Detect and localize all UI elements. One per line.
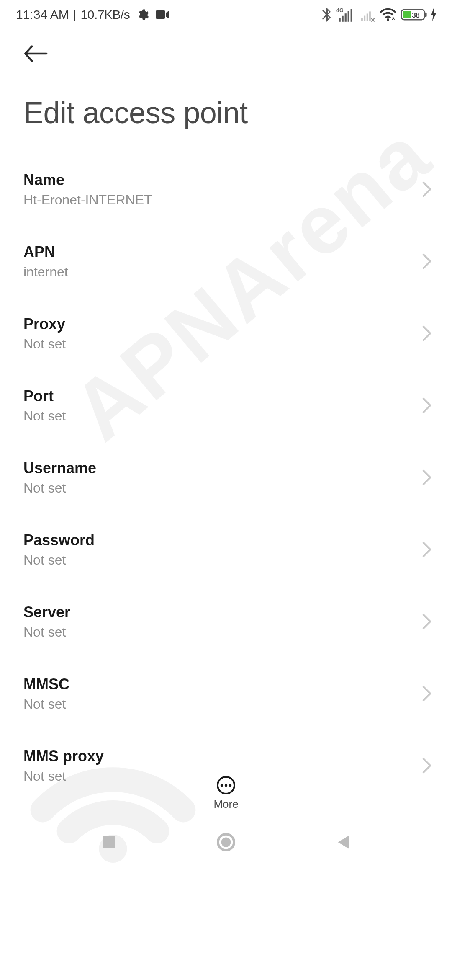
row-label: Port <box>23 386 66 406</box>
chevron-right-icon <box>422 397 432 414</box>
row-value: Ht-Eronet-INTERNET <box>23 191 152 209</box>
row-apn[interactable]: APN internet <box>0 225 452 297</box>
row-value: internet <box>23 263 68 281</box>
svg-rect-5 <box>345 13 347 22</box>
row-value: Not set <box>23 695 69 713</box>
status-time: 11:34 AM <box>16 8 69 22</box>
svg-rect-16 <box>403 11 411 18</box>
nav-home-button[interactable] <box>214 830 238 854</box>
row-label: APN <box>23 242 68 262</box>
row-server[interactable]: Server Not set <box>0 585 452 658</box>
settings-list: Name Ht-Eronet-INTERNET APN internet Pro… <box>0 143 452 802</box>
chevron-right-icon <box>422 253 432 270</box>
more-icon <box>216 775 236 795</box>
svg-point-19 <box>225 784 227 787</box>
row-username[interactable]: Username Not set <box>0 441 452 513</box>
more-button[interactable]: More <box>0 775 452 811</box>
svg-point-12 <box>387 18 389 21</box>
row-port[interactable]: Port Not set <box>0 369 452 441</box>
page-title: Edit access point <box>23 67 429 143</box>
svg-point-23 <box>221 838 231 847</box>
row-label: Proxy <box>23 314 66 334</box>
svg-rect-1 <box>156 10 165 19</box>
svg-rect-8 <box>361 18 363 21</box>
status-net-speed: 10.7KB/s <box>81 8 130 22</box>
row-label: Server <box>23 602 70 622</box>
row-value: Not set <box>23 623 70 641</box>
svg-point-18 <box>221 784 223 787</box>
svg-rect-15 <box>425 13 426 17</box>
wifi-icon <box>380 8 396 21</box>
svg-rect-7 <box>351 9 352 22</box>
chevron-right-icon <box>422 685 432 702</box>
row-value: Not set <box>23 479 96 497</box>
battery-pct: 38 <box>412 11 419 19</box>
svg-rect-9 <box>364 16 365 21</box>
battery-icon: 38 <box>401 8 437 21</box>
row-label: MMSC <box>23 674 69 694</box>
row-value: Not set <box>23 551 95 569</box>
back-button[interactable] <box>23 40 50 67</box>
svg-rect-21 <box>103 836 115 848</box>
status-bar: 11:34 AM | 10.7KB/s 4G <box>0 0 452 29</box>
system-nav-bar <box>0 815 452 869</box>
row-name[interactable]: Name Ht-Eronet-INTERNET <box>0 153 452 225</box>
svg-text:4G: 4G <box>336 8 344 13</box>
chevron-right-icon <box>422 541 432 558</box>
signal-nosim-icon <box>359 8 375 22</box>
chevron-right-icon <box>422 469 432 486</box>
arrow-left-icon <box>23 45 48 62</box>
row-mmsc[interactable]: MMSC Not set <box>0 658 452 730</box>
svg-rect-10 <box>367 13 368 21</box>
row-value: Not set <box>23 407 66 425</box>
more-label: More <box>213 798 238 811</box>
gear-icon <box>136 8 149 21</box>
row-label: Password <box>23 530 95 550</box>
row-label: Name <box>23 170 152 190</box>
chevron-right-icon <box>422 325 432 342</box>
chevron-right-icon <box>422 757 432 774</box>
divider <box>16 812 436 812</box>
circle-icon <box>216 833 236 852</box>
row-label: MMS proxy <box>23 746 104 766</box>
camera-icon <box>156 10 170 20</box>
nav-recents-button[interactable] <box>97 830 121 854</box>
square-icon <box>101 835 116 850</box>
row-password[interactable]: Password Not set <box>0 513 452 585</box>
chevron-right-icon <box>422 181 432 198</box>
svg-rect-6 <box>348 11 349 22</box>
app-bar: Edit access point <box>0 29 452 143</box>
status-separator: | <box>73 8 77 22</box>
signal-4g-icon: 4G <box>336 8 354 22</box>
row-label: Username <box>23 458 96 478</box>
svg-rect-4 <box>342 16 344 22</box>
row-proxy[interactable]: Proxy Not set <box>0 297 452 369</box>
row-value: Not set <box>23 335 66 353</box>
svg-rect-11 <box>369 11 371 21</box>
chevron-right-icon <box>422 613 432 630</box>
bluetooth-icon <box>321 8 331 22</box>
triangle-left-icon <box>336 834 351 851</box>
svg-rect-3 <box>339 18 341 21</box>
svg-point-20 <box>229 784 231 787</box>
nav-back-button[interactable] <box>331 830 355 854</box>
